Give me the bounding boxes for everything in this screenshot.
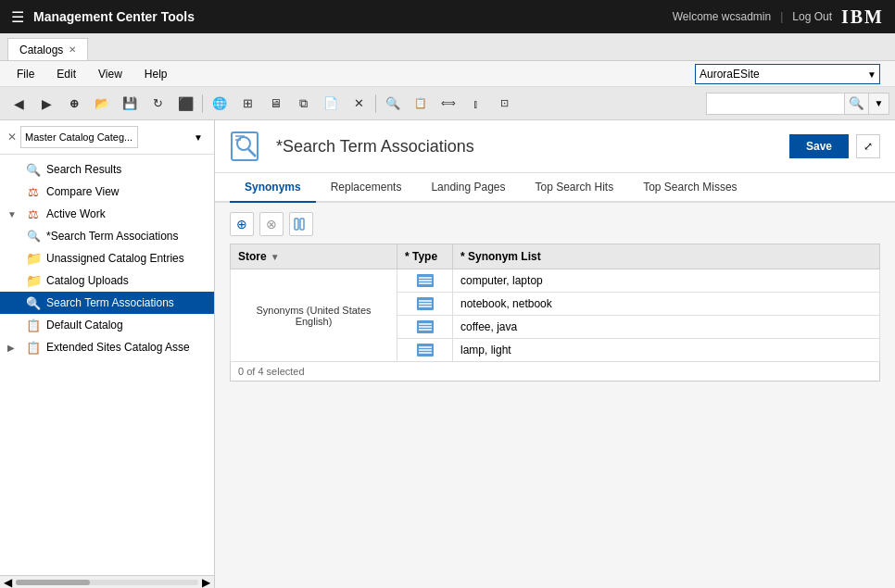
synonym-input-1[interactable] xyxy=(460,274,872,287)
type-lines-icon xyxy=(416,273,435,288)
sidebar-header: ✕ Master Catalog Categ... xyxy=(0,120,214,155)
default-catalog-label: Default Catalog xyxy=(46,319,207,332)
expand-all-button[interactable]: ⊡ xyxy=(491,91,517,117)
cell-synonym-3[interactable] xyxy=(453,316,880,339)
menu-help[interactable]: Help xyxy=(135,66,177,82)
cell-synonym-2[interactable] xyxy=(453,293,880,316)
ibm-logo: IBM xyxy=(841,6,884,28)
scroll-right-arrow[interactable]: ▶ xyxy=(202,576,210,589)
tab-synonyms[interactable]: Synonyms xyxy=(230,173,316,203)
main-layout: ✕ Master Catalog Categ... 🔍 Search Resul… xyxy=(0,120,895,588)
scroll-thumb[interactable] xyxy=(16,580,90,585)
default-catalog-icon: 📋 xyxy=(26,318,41,332)
active-work-icon: ⚖ xyxy=(26,206,41,221)
forward-button[interactable]: ▶ xyxy=(33,91,59,117)
svg-point-1 xyxy=(237,137,250,150)
cell-synonym-1[interactable] xyxy=(453,269,880,293)
catalogs-tab[interactable]: Catalogs ✕ xyxy=(7,38,88,60)
unassigned-label: Unassigned Catalog Entries xyxy=(46,252,207,265)
tab-landing-pages[interactable]: Landing Pages xyxy=(416,173,520,203)
compare-view-icon: ⚖ xyxy=(26,184,41,199)
synonym-input-4[interactable] xyxy=(460,344,872,357)
type-icon-4 xyxy=(405,343,445,357)
globe-button[interactable]: 🌐 xyxy=(207,91,233,117)
tab-top-search-hits[interactable]: Top Search Hits xyxy=(520,173,628,203)
cell-store-1: Synonyms (United States English) xyxy=(231,269,397,362)
selection-count: 0 of 4 selected xyxy=(238,366,305,377)
sidebar-item-unassigned[interactable]: 📁 Unassigned Catalog Entries xyxy=(0,247,214,269)
sidebar-close-button[interactable]: ✕ xyxy=(7,131,17,144)
remove-row-button[interactable]: ⊗ xyxy=(259,212,284,236)
delete-button[interactable]: ✕ xyxy=(346,91,372,117)
menu-file[interactable]: File xyxy=(7,66,44,82)
content-icon xyxy=(230,128,267,165)
copy-button[interactable]: ⧉ xyxy=(290,91,316,117)
sort-icon[interactable]: ▼ xyxy=(271,252,280,262)
add-row-button[interactable]: ⊕ xyxy=(230,212,254,236)
toolbar-search: 🔍 ▼ xyxy=(706,93,889,115)
search-input[interactable] xyxy=(706,93,845,115)
topbar: ☰ Management Center Tools Welcome wcsadm… xyxy=(0,0,895,33)
type-lines-icon-4 xyxy=(416,343,435,357)
zoom-in-button[interactable]: 🔍 xyxy=(380,91,406,117)
hamburger-icon[interactable]: ☰ xyxy=(11,8,24,26)
save-toolbar-button[interactable]: 💾 xyxy=(117,91,143,117)
logout-link[interactable]: Log Out xyxy=(792,10,832,23)
sidebar-item-active-search-term[interactable]: 🔍 *Search Term Associations xyxy=(0,225,214,247)
split-button[interactable]: ⫿ xyxy=(463,91,489,117)
stop-button[interactable]: ⬛ xyxy=(172,91,198,117)
table-row: Synonyms (United States English) xyxy=(231,269,880,293)
sidebar-item-catalog-uploads[interactable]: 📁 Catalog Uploads xyxy=(0,269,214,292)
cell-type-1 xyxy=(397,269,453,293)
sidebar-item-compare-view[interactable]: ⚖ Compare View xyxy=(0,181,214,203)
store-selector: AuroraESite xyxy=(695,64,880,84)
menu-edit[interactable]: Edit xyxy=(47,66,85,82)
menu-view[interactable]: View xyxy=(89,66,132,82)
sidebar-item-search-results[interactable]: 🔍 Search Results xyxy=(0,158,214,181)
sidebar-item-active-work[interactable]: ▼ ⚖ Active Work xyxy=(0,203,214,225)
sidebar-item-extended-sites[interactable]: ▶ 📋 Extended Sites Catalog Asse xyxy=(0,336,214,358)
back-button[interactable]: ◀ xyxy=(6,91,32,117)
type-icon-3 xyxy=(405,319,445,334)
synonym-input-2[interactable] xyxy=(460,297,872,310)
tab-replacements[interactable]: Replacements xyxy=(316,173,417,203)
compare-button[interactable]: ⟺ xyxy=(435,91,461,117)
monitor-button[interactable]: 🖥 xyxy=(262,91,288,117)
scroll-left-arrow[interactable]: ◀ xyxy=(4,576,12,589)
table-area: ⊕ ⊗ Store ▼ xyxy=(215,203,895,588)
unassigned-icon: 📁 xyxy=(26,251,41,266)
sidebar: ✕ Master Catalog Categ... 🔍 Search Resul… xyxy=(0,120,215,588)
cell-synonym-4[interactable] xyxy=(453,339,880,362)
new-button[interactable]: ⊕ xyxy=(61,91,87,117)
save-button[interactable]: Save xyxy=(789,134,849,158)
compare-view-label: Compare View xyxy=(46,185,207,198)
expand-button[interactable]: ⤢ xyxy=(856,134,880,158)
content-title-area: *Search Term Associations xyxy=(230,128,474,165)
svg-rect-5 xyxy=(295,219,298,230)
columns-button[interactable] xyxy=(289,212,313,236)
sidebar-content: 🔍 Search Results ⚖ Compare View ▼ ⚖ Acti… xyxy=(0,155,214,575)
search-dropdown-button[interactable]: ▼ xyxy=(869,93,889,115)
table-toolbar: ⊕ ⊗ xyxy=(230,212,880,236)
search-button[interactable]: 🔍 xyxy=(845,93,869,115)
app-title: Management Center Tools xyxy=(33,9,663,24)
sidebar-scrollbar: ◀ ▶ xyxy=(0,575,214,588)
menubar: File Edit View Help AuroraESite xyxy=(0,61,895,87)
details-button[interactable]: 📋 xyxy=(408,91,434,117)
type-icon-2 xyxy=(405,296,445,311)
sidebar-item-search-term-assoc[interactable]: 🔍 Search Term Associations xyxy=(0,292,214,314)
page-button[interactable]: 📄 xyxy=(318,91,344,117)
sidebar-item-default-catalog[interactable]: 📋 Default Catalog xyxy=(0,314,214,336)
sidebar-dropdown[interactable]: Master Catalog Categ... xyxy=(20,126,138,148)
grid-button[interactable]: ⊞ xyxy=(234,91,260,117)
active-search-term-label: *Search Term Associations xyxy=(46,230,207,243)
tab-top-search-misses[interactable]: Top Search Misses xyxy=(628,173,751,203)
synonym-input-3[interactable] xyxy=(460,320,872,333)
col-header-synonym-list: * Synonym List xyxy=(453,244,880,269)
tab-close-icon[interactable]: ✕ xyxy=(69,44,76,55)
content-header-right: Save ⤢ xyxy=(789,134,880,158)
svg-line-2 xyxy=(248,149,256,156)
store-select[interactable]: AuroraESite xyxy=(695,64,880,84)
open-button[interactable]: 📂 xyxy=(89,91,115,117)
refresh-button[interactable]: ↻ xyxy=(145,91,170,117)
